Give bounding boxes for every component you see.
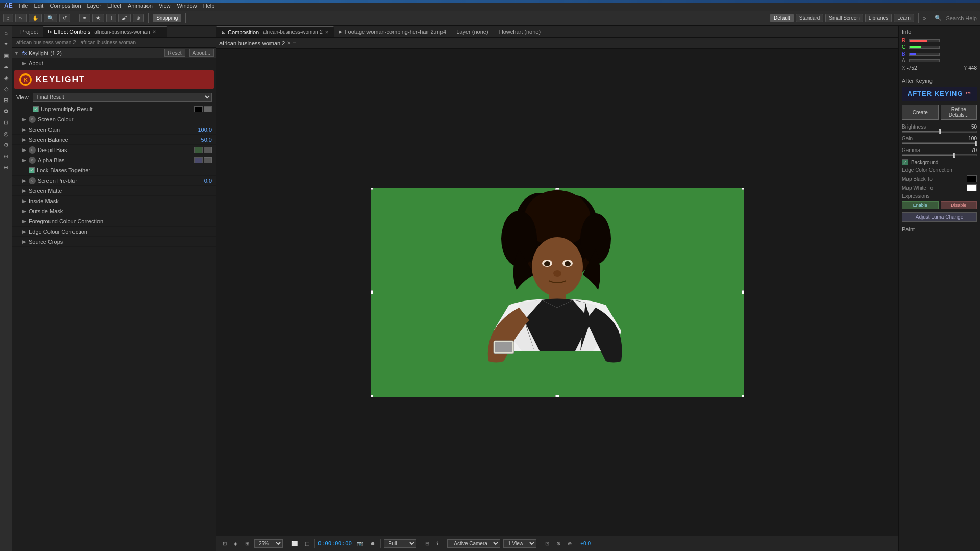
active-comp-close[interactable]: ✕ [287, 40, 291, 46]
alpha-swatch2[interactable] [204, 157, 212, 163]
preview-quality-btn[interactable]: ◈ [232, 540, 240, 547]
gamma-slider[interactable] [902, 154, 977, 156]
comp-close[interactable]: ✕ [325, 30, 329, 35]
handle-top-left[interactable] [371, 188, 373, 190]
toggle-transparency-btn[interactable]: ⬜ [289, 540, 300, 547]
screen-gain-expand[interactable]: ▶ [22, 127, 29, 132]
tool-4[interactable]: ◈ [1, 72, 11, 83]
tab-project[interactable]: Project [15, 26, 43, 37]
about-expand[interactable]: ▶ [22, 61, 29, 66]
view-dropdown[interactable]: Final Result Screen Matte Status [33, 93, 212, 102]
lock-biases-checkbox[interactable]: ✓ [29, 167, 35, 173]
screen-colour-expand[interactable]: ▶ [22, 117, 29, 122]
about-btn[interactable]: About... [189, 49, 214, 57]
always-preview-btn[interactable]: ⊡ [220, 540, 229, 547]
menu-animation[interactable]: Animation [128, 3, 153, 9]
menu-layer[interactable]: Layer [87, 3, 102, 9]
handle-top-right[interactable] [742, 188, 744, 190]
menu-help[interactable]: Help [203, 3, 215, 9]
create-btn[interactable]: Create [902, 105, 939, 120]
edge-colour-expand[interactable]: ▶ [22, 229, 29, 234]
time-range[interactable] [5, 0, 980, 3]
tool-7[interactable]: ✿ [1, 106, 11, 116]
unpremultiply-swatch-black[interactable] [194, 106, 203, 112]
handle-bot-right[interactable] [742, 395, 744, 397]
adjust-luma-btn[interactable]: Adjust Luma Change [902, 212, 977, 222]
fg-colour-expand[interactable]: ▶ [22, 219, 29, 224]
alpha-bias-expand[interactable]: ▶ [22, 158, 29, 163]
unpremultiply-swatch-gray[interactable] [204, 106, 212, 112]
despill-bias-expand[interactable]: ▶ [22, 147, 29, 153]
preset-default[interactable]: Default [770, 14, 794, 22]
star-tool[interactable]: ★ [92, 14, 104, 22]
tool-1[interactable]: ✦ [1, 39, 11, 49]
tool-12[interactable]: ⊕ [1, 162, 11, 172]
cursor-tool[interactable]: ↖ [15, 14, 27, 22]
active-comp-menu[interactable]: ≡ [293, 40, 296, 46]
info-menu[interactable]: ≡ [974, 29, 977, 35]
screen-gain-value[interactable]: 100.0 [191, 127, 212, 133]
preset-libraries[interactable]: Libraries [865, 14, 892, 22]
composition-viewer[interactable] [371, 188, 744, 397]
outside-mask-expand[interactable]: ▶ [22, 209, 29, 214]
screen-pre-blur-expand[interactable]: ▶ [22, 178, 29, 183]
handle-bot-left[interactable] [371, 395, 373, 397]
viewer-layout-btn[interactable]: ⊞ [243, 540, 251, 547]
preset-learn[interactable]: Learn [894, 14, 914, 22]
screen-pre-blur-value[interactable]: 0.0 [191, 178, 212, 184]
type-tool[interactable]: T [106, 14, 116, 22]
tool-5[interactable]: ◇ [1, 84, 11, 94]
menu-edit[interactable]: Edit [34, 3, 43, 9]
tab-menu-icon[interactable]: ≡ [159, 29, 162, 35]
pen-tool[interactable]: ✒ [79, 14, 90, 22]
tool-3[interactable]: ☁ [1, 61, 11, 71]
despill-swatch2[interactable] [204, 147, 212, 153]
home-btn[interactable]: ⌂ [3, 14, 13, 22]
screen-balance-value[interactable]: 50.0 [191, 137, 212, 143]
toggle-guides-btn[interactable]: ◫ [303, 540, 311, 547]
preset-standard[interactable]: Standard [796, 14, 824, 22]
after-keying-menu[interactable]: ≡ [974, 78, 977, 84]
record-btn[interactable]: ⏺ [368, 540, 377, 547]
handle-top-mid[interactable] [555, 188, 559, 190]
map-black-swatch[interactable] [967, 175, 977, 182]
screen-matte-expand[interactable]: ▶ [22, 188, 29, 193]
rotate-tool[interactable]: ↺ [59, 14, 70, 22]
tool-9[interactable]: ◎ [1, 129, 11, 139]
brightness-slider[interactable] [902, 131, 977, 133]
tool-2[interactable]: ▣ [1, 50, 11, 60]
tool-6[interactable]: ⊞ [1, 95, 11, 105]
tab-flowchart[interactable]: Flowchart (none) [494, 26, 546, 37]
inside-mask-expand[interactable]: ▶ [22, 198, 29, 204]
stereo-btn[interactable]: ⊡ [543, 540, 551, 547]
viewer-grid-btn[interactable]: ⊟ [423, 540, 431, 547]
alpha-swatch1[interactable] [194, 157, 203, 163]
hand-tool[interactable]: ✋ [29, 14, 42, 22]
view-dropdown[interactable]: 1 View 2 Views [503, 539, 536, 548]
zoom-dropdown[interactable]: 25% 50% 100% [254, 539, 283, 548]
tab-footage[interactable]: ▶ Footage woman-combing-her-hair 2.mp4 [334, 26, 451, 37]
preset-small[interactable]: Small Screen [825, 14, 863, 22]
render-btn[interactable]: ⊛ [554, 540, 562, 547]
unpremultiply-checkbox[interactable]: ✓ [33, 106, 39, 112]
tab-composition[interactable]: ⊡ Composition african-business-woman 2 ✕ [216, 26, 334, 37]
tool-home[interactable]: ⌂ [1, 28, 11, 38]
time-navigation-bar[interactable] [0, 0, 980, 3]
puppet-tool[interactable]: ⊕ [133, 14, 144, 22]
screen-balance-expand[interactable]: ▶ [22, 137, 29, 142]
tool-10[interactable]: ⚙ [1, 140, 11, 150]
source-crops-expand[interactable]: ▶ [22, 239, 29, 244]
camera-btn[interactable]: 📷 [355, 540, 365, 547]
handle-bot-mid[interactable] [555, 395, 559, 397]
gain-slider[interactable] [902, 142, 977, 144]
enable-btn[interactable]: Enable [902, 201, 939, 209]
zoom-tool[interactable]: 🔍 [44, 14, 57, 22]
background-checkbox[interactable]: ✓ [902, 159, 908, 165]
handle-mid-left[interactable] [371, 290, 373, 294]
menu-effect[interactable]: Effect [107, 3, 121, 9]
despill-swatch1[interactable] [194, 147, 203, 153]
snapshot-btn[interactable]: ⊕ [566, 540, 574, 547]
map-white-swatch[interactable] [967, 184, 977, 191]
effect-controls-close[interactable]: ✕ [152, 29, 156, 34]
menu-composition[interactable]: Composition [50, 3, 81, 9]
